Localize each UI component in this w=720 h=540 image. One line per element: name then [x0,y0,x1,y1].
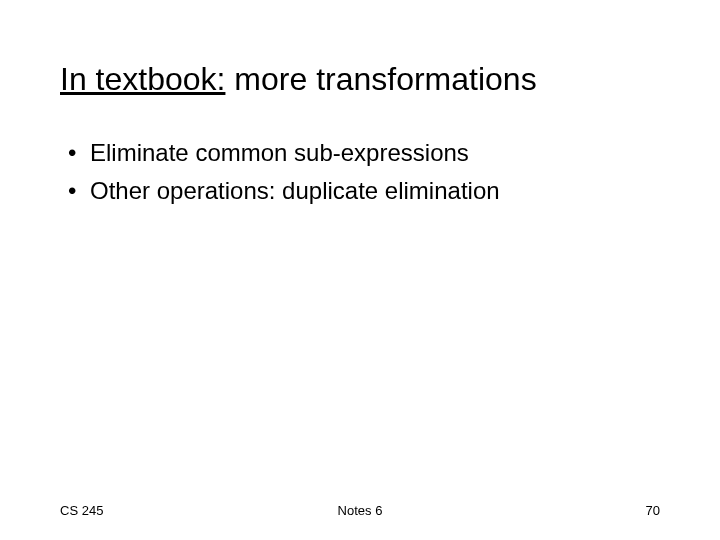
title-rest: more transformations [225,61,536,97]
list-item: Other operations: duplicate elimination [68,172,660,209]
footer-right: 70 [646,503,660,518]
slide-footer: CS 245 Notes 6 70 [60,503,660,518]
footer-center: Notes 6 [338,503,383,518]
list-item: Eliminate common sub-expressions [68,134,660,171]
slide: In textbook: more transformations Elimin… [0,0,720,540]
title-underlined: In textbook: [60,61,225,97]
slide-title: In textbook: more transformations [60,60,660,98]
footer-left: CS 245 [60,503,103,518]
bullet-list: Eliminate common sub-expressions Other o… [60,134,660,208]
